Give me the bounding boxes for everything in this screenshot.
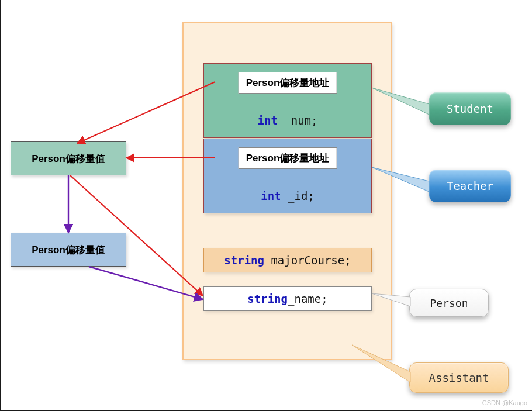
major-course-name: _majorCourse; [264,254,351,267]
major-course-member-box: string _majorCourse; [203,248,372,272]
offset-value-green-label: Person偏移量值 [32,152,105,165]
keyword-int: int [261,189,281,202]
teacher-member-line: int _id; [204,189,371,202]
assistant-callout: Assistant [409,362,509,393]
teacher-vtable-addr-label: Person偏移量地址 [239,147,337,169]
student-member-name: _num; [278,114,318,127]
teacher-callout-label: Teacher [447,179,493,192]
teacher-subobject-box: Person偏移量地址 int _id; [203,139,372,213]
student-callout: Student [429,92,511,125]
offset-value-blue-label: Person偏移量值 [32,243,105,257]
person-name-member-box: string _name; [203,286,372,311]
keyword-string: string [247,292,288,305]
student-member-line: int _num; [204,114,371,127]
assistant-callout-label: Assistant [429,371,489,384]
student-vtable-addr-label: Person偏移量地址 [239,72,337,94]
keyword-string: string [224,254,264,267]
teacher-callout: Teacher [429,170,511,202]
keyword-int: int [258,114,278,127]
offset-value-blue-box: Person偏移量值 [11,233,126,267]
offset-value-green-box: Person偏移量值 [11,141,126,175]
watermark: CSDN @Kaugo [482,399,527,406]
person-callout: Person [409,289,489,317]
student-callout-label: Student [447,102,493,115]
student-subobject-box: Person偏移量地址 int _num; [203,63,372,138]
person-name-member: _name; [288,292,328,305]
person-callout-label: Person [430,297,468,309]
teacher-member-name: _id; [281,189,315,202]
